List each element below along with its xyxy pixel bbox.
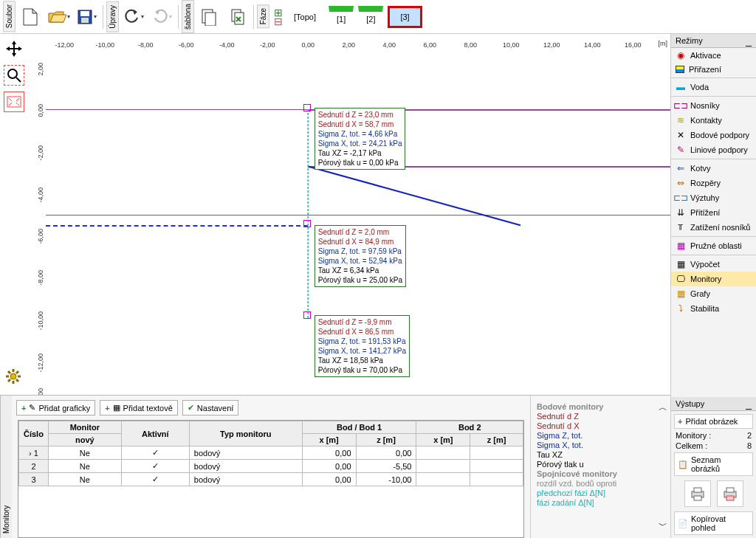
print-color-button[interactable]	[717, 480, 743, 507]
monitor-marker[interactable]	[303, 311, 311, 319]
table-row[interactable]: › 1Ne✓bodový0,000,00	[19, 446, 523, 460]
svg-marker-14	[12, 53, 16, 57]
svg-rect-33	[694, 496, 701, 500]
template-button[interactable]	[196, 4, 222, 30]
phase-1-button[interactable]: [1]	[329, 6, 354, 28]
image-list-button[interactable]: 📋Seznam obrázků	[674, 452, 753, 476]
fit-view-button[interactable]	[4, 92, 24, 112]
svg-line-18	[16, 77, 21, 82]
print-button[interactable]	[684, 480, 711, 507]
table-row[interactable]: 3Ne✓bodový0,00-10,00	[19, 473, 523, 486]
svg-marker-3	[50, 15, 66, 22]
table-row[interactable]: 2Ne✓bodový0,00-5,50	[19, 460, 523, 473]
svg-marker-1	[32, 9, 37, 13]
redo-button[interactable]: ▾	[148, 4, 175, 30]
col-typ: Typ monitoru	[189, 421, 302, 446]
mode-monitory[interactable]: 🖵Monitory	[671, 272, 756, 286]
zoom-tool-button[interactable]	[4, 65, 24, 86]
top-toolbar: Soubor ▾ ▾ Úpravy ▾ ▾ šablona Fáze ⊞ ⊟ […	[0, 0, 756, 34]
chevron-down-icon: ▾	[67, 13, 70, 20]
sablona-tab[interactable]: šablona	[182, 0, 194, 33]
mode-pritizeni[interactable]: ⇊Přitížení	[671, 205, 756, 220]
pan-tool-button[interactable]	[4, 38, 24, 59]
mode-vypocet[interactable]: ▦Výpočet	[671, 257, 756, 272]
outputs-celkem-value: 8	[747, 441, 752, 450]
mode-grafy[interactable]: ▦Grafy	[671, 286, 756, 301]
col-monitor: Monitor	[48, 421, 121, 434]
outputs-box: +Přidat obrázek Monitory :2 Celkem :8 📋S…	[671, 411, 756, 538]
chevron-down-icon: ▾	[169, 13, 172, 20]
mode-voda[interactable]: ▬Voda	[671, 80, 756, 94]
minimize-icon[interactable]: _	[746, 401, 752, 407]
phase-add-remove: ⊞ ⊟	[274, 8, 283, 26]
svg-point-17	[8, 69, 17, 78]
col-cislo: Číslo	[19, 421, 49, 446]
monitory-tab[interactable]: Monitory	[0, 396, 12, 538]
add-image-button[interactable]: +Přidat obrázek	[674, 414, 753, 429]
phase-topo-button[interactable]: [Topo]	[286, 6, 324, 28]
mode-kotvy[interactable]: ⇐Kotvy	[671, 161, 756, 176]
monitor-marker[interactable]	[303, 104, 311, 111]
mode-liniove-podpory[interactable]: ✎Liniové podpory	[671, 142, 756, 157]
soubor-tab[interactable]: Soubor	[3, 1, 16, 32]
monitor-marker[interactable]	[303, 220, 311, 227]
copy-view-button[interactable]: 📄Kopírovat pohled	[674, 511, 753, 535]
mode-pruzne-oblasti[interactable]: ▦Pružné oblasti	[671, 238, 756, 253]
mode-stabilita[interactable]: ⤵Stabilita	[671, 301, 756, 316]
monitor-info-box: Sednutí d Z = 23,0 mm Sednutí d X = 58,7…	[315, 108, 406, 170]
copy-button[interactable]	[224, 4, 250, 30]
outputs-celkem-label: Celkem :	[676, 441, 707, 450]
monitor-info-box: Sednutí d Z = 2,0 mm Sednutí d X = 84,9 …	[315, 225, 406, 287]
scroll-up-icon[interactable]: ︿	[659, 401, 667, 414]
new-file-button[interactable]	[17, 4, 44, 30]
mode-rozpery[interactable]: ⇔Rozpěry	[671, 176, 756, 190]
left-toolbar	[0, 34, 28, 112]
svg-marker-15	[6, 46, 10, 51]
chevron-down-icon: ▾	[94, 13, 97, 20]
svg-line-28	[8, 379, 10, 382]
svg-line-26	[16, 379, 18, 382]
svg-rect-35	[726, 488, 734, 492]
faze-tab[interactable]: Fáze	[257, 4, 269, 28]
modes-panel: Režimy_ ◉Aktivace Přiřazení ▬Voda ⊏⊐Nosn…	[670, 34, 756, 538]
col-bod1: Bod / Bod 1	[302, 421, 416, 434]
minimize-icon[interactable]: _	[746, 38, 752, 44]
mode-prirazeni[interactable]: Přiřazení	[671, 63, 756, 76]
monitor-info-box: Sednutí d Z = -9,9 mm Sednutí d X = 86,5…	[315, 315, 410, 377]
add-graphic-button[interactable]: +✎ Přidat graficky	[16, 400, 95, 415]
svg-rect-36	[726, 496, 734, 500]
drawing-canvas[interactable]: -12,00 -10,00 -8,00 -6,00 -4,00 -2,00 0,…	[28, 34, 670, 395]
scroll-down-icon[interactable]: ﹀	[659, 520, 667, 532]
open-file-button[interactable]: ▾	[45, 4, 72, 30]
outputs-monitory-value: 2	[747, 431, 752, 440]
remove-phase-button[interactable]: ⊟	[274, 17, 283, 26]
save-file-button[interactable]: ▾	[73, 4, 100, 30]
upravy-tab[interactable]: Úpravy	[106, 1, 119, 32]
phase-2-button[interactable]: [2]	[358, 6, 383, 28]
mode-vyztuhy[interactable]: ⊏⊐Výztuhy	[671, 190, 756, 205]
chevron-down-icon: ▾	[141, 13, 144, 20]
mode-nosniky[interactable]: ⊏⊐Nosníky	[671, 98, 756, 113]
outputs-monitory-label: Monitory :	[676, 431, 711, 440]
svg-line-29	[308, 166, 520, 225]
mode-zatizeni-nosniku[interactable]: ⫪Zatížení nosníků	[671, 220, 756, 235]
add-text-button[interactable]: +▦ Přidat textově	[100, 400, 178, 415]
plot-area: Sednutí d Z = 23,0 mm Sednutí d X = 58,7…	[46, 49, 670, 395]
bottom-panel: Monitory +✎ Přidat graficky +▦ Přidat te…	[0, 395, 670, 538]
outputs-header: Výstupy_	[671, 397, 756, 411]
svg-rect-10	[205, 13, 216, 26]
undo-button[interactable]: ▾	[120, 4, 147, 30]
mode-aktivace[interactable]: ◉Aktivace	[671, 48, 756, 63]
settings-gear-button[interactable]	[3, 366, 24, 387]
horizontal-ruler: -12,00 -10,00 -8,00 -6,00 -4,00 -2,00 0,…	[46, 34, 670, 49]
settings-button[interactable]: ✔ Nastavení	[182, 400, 239, 415]
svg-marker-13	[12, 41, 16, 44]
monitors-table[interactable]: Číslo Monitor Aktivní Typ monitoru Bod /…	[18, 421, 523, 486]
mode-kontakty[interactable]: ≋Kontakty	[671, 113, 756, 128]
svg-rect-32	[694, 488, 701, 492]
modes-header: Režimy_	[671, 34, 756, 48]
svg-line-27	[16, 371, 18, 373]
phase-3-button[interactable]: [3]	[388, 6, 422, 28]
vertical-ruler: 2,00 0,00 -2,00 -4,00 -6,00 -8,00 -10,00…	[28, 49, 46, 395]
mode-bodove-podpory[interactable]: ✕Bodové podpory	[671, 128, 756, 142]
